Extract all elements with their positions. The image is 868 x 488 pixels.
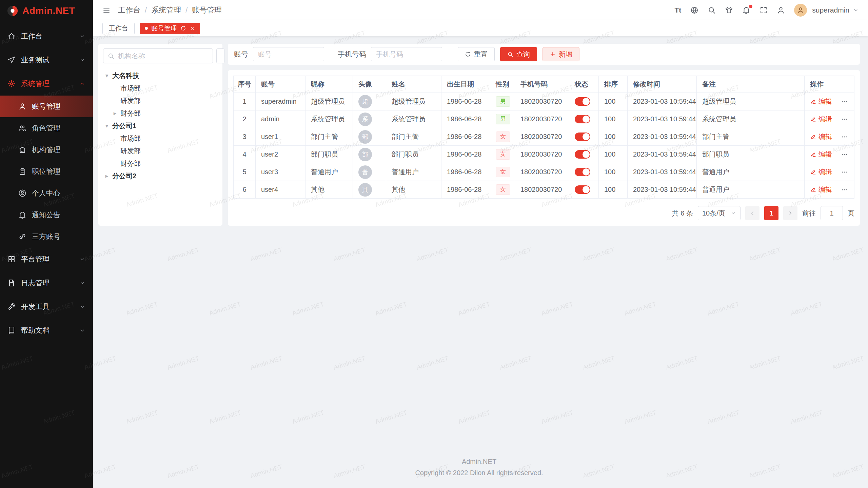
sidebar-item[interactable]: 系统管理	[0, 72, 93, 96]
language-icon[interactable]	[690, 6, 698, 14]
phone-input[interactable]	[371, 47, 442, 61]
chevron-down-icon	[731, 210, 736, 216]
sidebar-item[interactable]: 平台管理	[0, 247, 93, 271]
page-1-button[interactable]: 1	[764, 206, 778, 220]
tree-node[interactable]: ▾ 大名科技	[103, 69, 218, 82]
status-toggle[interactable]	[575, 133, 590, 141]
tree-node[interactable]: 研发部	[103, 145, 218, 157]
sidebar-item[interactable]: 帮助文档	[0, 319, 93, 342]
status-toggle[interactable]	[575, 115, 590, 123]
tree-node[interactable]: ▸ 财务部	[103, 107, 218, 120]
org-more-button[interactable]	[216, 48, 224, 63]
org-search-input[interactable]	[103, 48, 213, 63]
more-actions-icon[interactable]	[841, 134, 848, 140]
theme-icon[interactable]	[725, 6, 733, 14]
tree-node[interactable]: 财务部	[103, 157, 218, 170]
cell-birthdate: 1986-06-28	[441, 181, 490, 199]
tree-node-label: 研发部	[120, 96, 141, 105]
next-page-button[interactable]	[783, 206, 797, 220]
cell-phone: 18020030720	[515, 93, 569, 110]
cell-actions: 编辑	[805, 128, 854, 146]
org-search-field[interactable]	[117, 52, 209, 60]
sidebar-item[interactable]: 工作台	[0, 24, 93, 48]
user-setting-icon[interactable]	[777, 6, 785, 14]
search-icon[interactable]	[708, 6, 716, 14]
cell-account: user1	[256, 128, 305, 146]
reset-button[interactable]: 重置	[458, 47, 495, 61]
total-count: 共 6 条	[672, 209, 693, 218]
sidebar-subitem[interactable]: 角色管理	[0, 117, 93, 139]
sidebar-subitem[interactable]: 通知公告	[0, 204, 93, 226]
status-toggle[interactable]	[575, 150, 590, 159]
sidebar-item[interactable]: 日志管理	[0, 271, 93, 295]
cell-nickname: 普通用户	[305, 163, 353, 181]
cell-index: 3	[234, 128, 256, 146]
edit-icon	[810, 134, 816, 140]
more-actions-icon[interactable]	[841, 151, 848, 158]
status-toggle[interactable]	[575, 168, 590, 176]
avatar[interactable]	[794, 4, 807, 17]
more-actions-icon[interactable]	[841, 186, 848, 193]
tree-node[interactable]: 市场部	[103, 132, 218, 145]
cell-status	[569, 110, 599, 128]
cell-status	[569, 163, 599, 181]
font-size-icon[interactable]: Tt	[674, 6, 681, 14]
tab-dot-icon	[145, 27, 148, 30]
more-actions-icon[interactable]	[841, 98, 848, 105]
sidebar-subitem[interactable]: 职位管理	[0, 161, 93, 182]
edit-button[interactable]: 编辑	[810, 97, 832, 106]
search-button[interactable]: 查询	[500, 47, 537, 61]
cell-status	[569, 93, 599, 110]
sidebar-item[interactable]: 开发工具	[0, 295, 93, 319]
edit-button[interactable]: 编辑	[810, 167, 832, 177]
sidebar-subitem[interactable]: 机构管理	[0, 139, 93, 161]
logo[interactable]: Admin.NET	[0, 0, 93, 22]
tree-node[interactable]: 研发部	[103, 95, 218, 107]
tab[interactable]: 工作台	[102, 23, 135, 34]
edit-button[interactable]: 编辑	[810, 115, 832, 124]
account-input[interactable]	[253, 47, 324, 61]
sidebar-subitem-label: 个人中心	[32, 188, 60, 198]
table-head: 序号账号昵称头像姓名出生日期性别手机号码状态排序修改时间备注操作	[234, 76, 854, 93]
edit-button[interactable]: 编辑	[810, 132, 832, 141]
edit-button[interactable]: 编辑	[810, 150, 832, 159]
page-size-select[interactable]: 10条/页	[698, 206, 741, 220]
avatar: 其	[358, 183, 372, 197]
tree-node[interactable]: 市场部	[103, 82, 218, 95]
more-actions-icon[interactable]	[841, 169, 848, 176]
status-toggle[interactable]	[575, 185, 590, 194]
tab-close-icon[interactable]	[190, 25, 195, 31]
tab-refresh-icon[interactable]	[180, 25, 186, 31]
tree-node[interactable]: ▾ 分公司1	[103, 120, 218, 132]
link-icon	[18, 232, 26, 241]
query-form: 账号 手机号码 重置	[228, 44, 860, 65]
breadcrumb-item[interactable]: 工作台	[118, 5, 140, 15]
cell-actions: 编辑	[805, 110, 854, 128]
tree-node[interactable]: ▸ 分公司2	[103, 170, 218, 182]
prev-page-button[interactable]	[745, 206, 760, 220]
menu-collapse-icon[interactable]	[102, 6, 111, 14]
sidebar-subitem[interactable]: 账号管理	[0, 96, 93, 117]
edit-button[interactable]: 编辑	[810, 185, 832, 194]
user-icon	[18, 102, 26, 110]
sidebar-subitem-label: 职位管理	[32, 167, 60, 176]
goto-page-input[interactable]	[821, 206, 843, 220]
sidebar-item[interactable]: 业务测试	[0, 48, 93, 72]
edit-icon	[810, 151, 816, 158]
breadcrumb-item[interactable]: 账号管理	[192, 5, 222, 15]
table-row: 2 admin 系统管理员 系 系统管理员 1986-06-28 男 18020…	[234, 110, 854, 128]
tab-active[interactable]: 账号管理	[140, 23, 200, 34]
fullscreen-icon[interactable]	[760, 6, 768, 14]
breadcrumb-item[interactable]: 系统管理	[151, 5, 181, 15]
cell-phone: 18020030720	[515, 110, 569, 128]
username[interactable]: superadmin	[812, 6, 849, 14]
sidebar-item-label: 业务测试	[21, 55, 74, 65]
table-row: 3 user1 部门主管 部 部门主管 1986-06-28 女 1802003…	[234, 128, 854, 146]
sidebar-subitem[interactable]: 个人中心	[0, 182, 93, 204]
sidebar-subitem[interactable]: 三方账号	[0, 226, 93, 247]
notification-icon[interactable]	[742, 6, 750, 14]
more-actions-icon[interactable]	[841, 116, 848, 123]
add-button[interactable]: 新增	[542, 47, 579, 61]
cell-order: 100	[599, 128, 628, 146]
status-toggle[interactable]	[575, 97, 590, 106]
